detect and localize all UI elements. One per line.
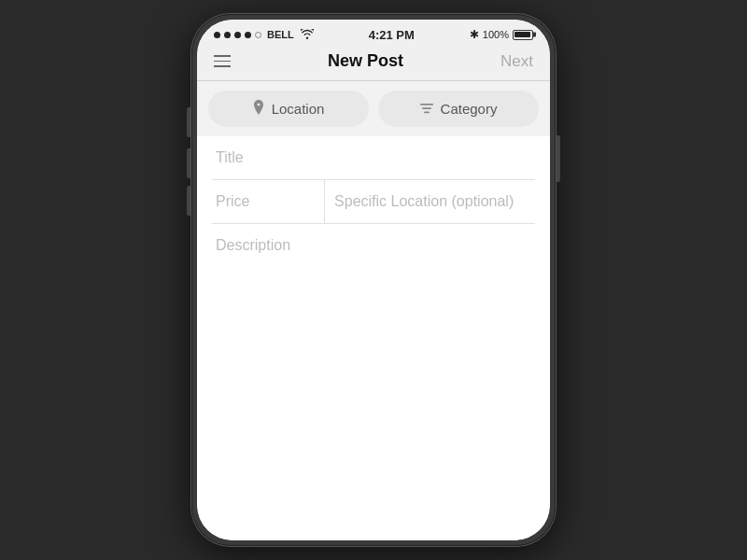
nav-bar: New Post Next	[197, 46, 550, 81]
hamburger-menu-button[interactable]	[214, 55, 231, 67]
signal-dot-4	[245, 32, 251, 38]
price-location-row	[212, 180, 535, 224]
title-input[interactable]	[216, 149, 531, 166]
category-button-label: Category	[441, 101, 498, 117]
price-input[interactable]	[216, 193, 320, 210]
pill-buttons-row: Location Category	[197, 81, 550, 136]
status-right: ✱ 100%	[470, 28, 533, 41]
battery-icon	[513, 30, 533, 40]
page-title: New Post	[328, 51, 403, 71]
status-time: 4:21 PM	[369, 28, 415, 42]
svg-rect-2	[424, 111, 430, 113]
specific-location-input[interactable]	[334, 193, 526, 210]
wifi-icon	[301, 29, 314, 41]
price-field-container	[212, 180, 325, 223]
location-pin-icon	[253, 100, 264, 118]
phone-inner: BELL 4:21 PM ✱ 100%	[197, 20, 550, 540]
battery-fill	[514, 32, 530, 37]
signal-dot-2	[224, 32, 231, 38]
category-button[interactable]: Category	[378, 91, 539, 127]
signal-dot-3	[234, 32, 241, 38]
location-button[interactable]: Location	[208, 91, 369, 127]
screen: BELL 4:21 PM ✱ 100%	[197, 20, 550, 540]
phone-frame: BELL 4:21 PM ✱ 100%	[191, 14, 556, 546]
bluetooth-icon: ✱	[470, 28, 479, 41]
next-button[interactable]: Next	[500, 52, 533, 71]
carrier-label: BELL	[267, 29, 294, 40]
content-area: Location Category	[197, 81, 550, 540]
form-section	[212, 136, 535, 525]
title-field-row	[212, 136, 535, 180]
specific-location-field-container	[325, 180, 535, 223]
description-field-row	[212, 224, 535, 525]
status-bar: BELL 4:21 PM ✱ 100%	[197, 20, 550, 46]
hamburger-line-1	[214, 55, 231, 57]
hamburger-line-2	[214, 61, 231, 63]
status-left: BELL	[214, 29, 314, 41]
signal-dot-1	[214, 32, 220, 38]
category-icon	[420, 102, 433, 117]
svg-rect-0	[420, 104, 433, 105]
hamburger-line-3	[214, 65, 231, 67]
battery-percent-label: 100%	[483, 29, 509, 40]
location-button-label: Location	[272, 101, 325, 117]
svg-rect-1	[422, 107, 431, 109]
signal-dot-5	[255, 32, 261, 38]
description-input[interactable]	[216, 237, 531, 312]
